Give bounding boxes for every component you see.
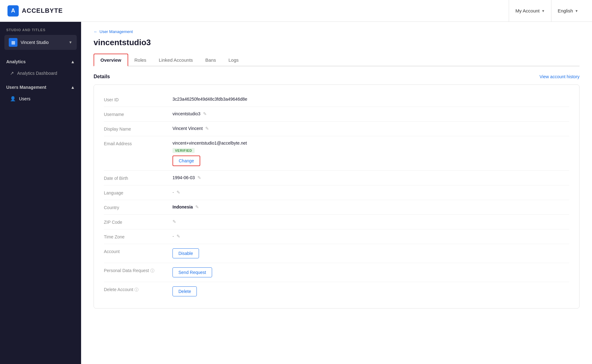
value-language: - ✎ — [172, 190, 569, 195]
value-zipcode: ✎ — [172, 219, 569, 224]
username-text: vincentstudio3 — [172, 111, 201, 116]
chevron-up-icon: ▲ — [70, 85, 75, 90]
studio-name: Vincent Studio — [21, 40, 66, 45]
tab-overview[interactable]: Overview — [94, 54, 128, 66]
sidebar-item-label: Users — [19, 96, 31, 101]
label-username: Username — [104, 111, 172, 117]
timezone-text: - — [172, 234, 174, 239]
label-displayname: Display Name — [104, 126, 172, 132]
userid-text: 3c23a46250fe49d48c3fdb3a49646d8e — [172, 97, 247, 102]
value-email: vincent+vincentstudio1@accelbyte.net VER… — [172, 141, 569, 166]
chevron-up-icon: ▲ — [70, 59, 75, 64]
sidebar-section-users-management: Users Management ▲ 👤 Users — [0, 82, 81, 105]
detail-row-delete-account: Delete Account ⓘ Delete — [104, 282, 569, 301]
label-dob: Date of Birth — [104, 175, 172, 181]
page-title: vincentstudio3 — [94, 38, 580, 47]
sidebar-users-management-label: Users Management — [6, 85, 46, 90]
verified-badge: VERIFIED — [172, 148, 195, 153]
detail-row-userid: User ID 3c23a46250fe49d48c3fdb3a49646d8e — [104, 92, 569, 107]
detail-row-account: Account Disable — [104, 244, 569, 263]
studio-icon: ▦ — [9, 38, 17, 47]
section-title: Details — [94, 74, 110, 79]
tab-logs[interactable]: Logs — [222, 54, 245, 66]
country-text: Indonesia — [172, 204, 193, 209]
edit-language-icon[interactable]: ✎ — [177, 190, 180, 195]
label-country: Country — [104, 204, 172, 210]
displayname-text: Vincent Vincent — [172, 126, 203, 131]
label-email: Email Address — [104, 141, 172, 146]
tab-linked-accounts[interactable]: Linked Accounts — [153, 54, 199, 66]
label-zipcode: ZIP Code — [104, 219, 172, 225]
detail-row-displayname: Display Name Vincent Vincent ✎ — [104, 122, 569, 136]
delete-account-button[interactable]: Delete — [172, 286, 197, 296]
detail-row-timezone: Time Zone - ✎ — [104, 229, 569, 244]
sidebar-header-analytics[interactable]: Analytics ▲ — [0, 56, 81, 67]
edit-timezone-icon[interactable]: ✎ — [177, 234, 180, 239]
topnav: A ACCELBYTE My Account ▼ English ▼ — [0, 0, 592, 22]
view-account-history-link[interactable]: View account history — [540, 74, 580, 79]
info-delete-icon[interactable]: ⓘ — [134, 287, 138, 292]
edit-zipcode-icon[interactable]: ✎ — [172, 219, 176, 224]
change-email-button[interactable]: Change — [172, 156, 200, 166]
sidebar-section-analytics: Analytics ▲ ↗ Analytics Dashboard — [0, 56, 81, 79]
label-account: Account — [104, 248, 172, 254]
info-personal-data-icon[interactable]: ⓘ — [150, 268, 154, 273]
email-text: vincent+vincentstudio1@accelbyte.net — [172, 141, 247, 146]
studio-selector[interactable]: ▦ Vincent Studio ▼ — [4, 35, 77, 50]
sidebar-item-analytics-dashboard[interactable]: ↗ Analytics Dashboard — [0, 67, 81, 79]
value-timezone: - ✎ — [172, 234, 569, 239]
sidebar: STUDIO AND TITLES ▦ Vincent Studio ▼ Ana… — [0, 22, 81, 364]
my-account-button[interactable]: My Account ▼ — [509, 0, 551, 22]
detail-row-email: Email Address vincent+vincentstudio1@acc… — [104, 136, 569, 171]
value-username: vincentstudio3 ✎ — [172, 111, 569, 116]
topnav-right: My Account ▼ English ▼ — [509, 0, 585, 22]
language-button[interactable]: English ▼ — [551, 0, 585, 22]
tab-bans[interactable]: Bans — [199, 54, 222, 66]
edit-username-icon[interactable]: ✎ — [203, 111, 207, 116]
sidebar-item-label: Analytics Dashboard — [17, 71, 57, 76]
edit-country-icon[interactable]: ✎ — [195, 204, 199, 209]
detail-row-country: Country Indonesia ✎ — [104, 200, 569, 215]
my-account-label: My Account — [515, 8, 540, 13]
users-icon: 👤 — [10, 96, 16, 102]
breadcrumb-label: User Management — [99, 29, 133, 34]
label-userid: User ID — [104, 97, 172, 102]
detail-row-username: Username vincentstudio3 ✎ — [104, 107, 569, 122]
disable-account-button[interactable]: Disable — [172, 248, 199, 258]
label-timezone: Time Zone — [104, 234, 172, 239]
value-delete-account: Delete — [172, 286, 569, 296]
sidebar-analytics-label: Analytics — [6, 59, 26, 64]
value-account: Disable — [172, 248, 569, 258]
layout: STUDIO AND TITLES ▦ Vincent Studio ▼ Ana… — [0, 22, 592, 364]
edit-dob-icon[interactable]: ✎ — [197, 175, 201, 180]
details-card: User ID 3c23a46250fe49d48c3fdb3a49646d8e… — [94, 84, 580, 309]
trending-up-icon: ↗ — [10, 70, 14, 76]
label-personal-data-request: Personal Data Request ⓘ — [104, 267, 172, 274]
sidebar-item-users[interactable]: 👤 Users — [0, 93, 81, 105]
tab-bar: Overview Roles Linked Accounts Bans Logs — [94, 54, 580, 66]
value-dob: 1994-06-03 ✎ — [172, 175, 569, 180]
label-delete-account: Delete Account ⓘ — [104, 286, 172, 293]
main-content: ← User Management vincentstudio3 Overvie… — [81, 22, 592, 364]
value-country: Indonesia ✎ — [172, 204, 569, 209]
chevron-down-icon: ▼ — [575, 9, 578, 13]
logo-area: A ACCELBYTE — [7, 5, 63, 17]
logo-icon: A — [7, 5, 19, 17]
tab-roles[interactable]: Roles — [128, 54, 153, 66]
language-label: English — [558, 8, 573, 13]
value-personal-data-request: Send Request — [172, 267, 569, 277]
dob-text: 1994-06-03 — [172, 175, 195, 180]
send-request-button[interactable]: Send Request — [172, 267, 212, 277]
section-header: Details View account history — [94, 74, 580, 79]
edit-displayname-icon[interactable]: ✎ — [205, 126, 209, 131]
detail-row-personal-data-request: Personal Data Request ⓘ Send Request — [104, 263, 569, 282]
sidebar-header-users-management[interactable]: Users Management ▲ — [0, 82, 81, 93]
breadcrumb[interactable]: ← User Management — [94, 29, 580, 34]
chevron-down-icon: ▼ — [541, 9, 545, 13]
detail-row-dob: Date of Birth 1994-06-03 ✎ — [104, 171, 569, 185]
value-userid: 3c23a46250fe49d48c3fdb3a49646d8e — [172, 97, 569, 102]
language-text: - — [172, 190, 174, 195]
label-language: Language — [104, 190, 172, 195]
value-displayname: Vincent Vincent ✎ — [172, 126, 569, 131]
logo-text: ACCELBYTE — [22, 7, 63, 14]
